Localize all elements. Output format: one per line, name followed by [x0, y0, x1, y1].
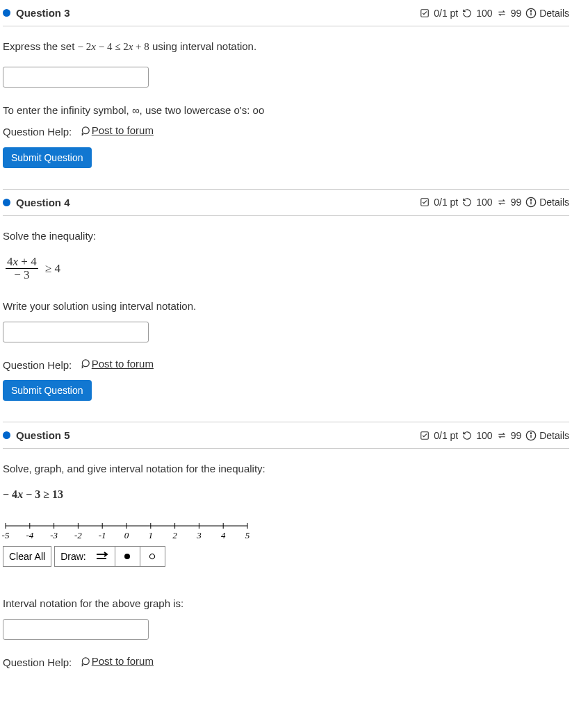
prompt-math: − 2x − 4 ≤ 2x + 8: [78, 41, 149, 52]
answer-input[interactable]: [3, 322, 149, 342]
svg-point-7: [531, 199, 532, 200]
open-dot-icon: [149, 553, 156, 561]
score-group: 0/1 pt 100 99 Details: [420, 197, 569, 208]
retry-count: 100: [476, 430, 492, 441]
svg-text:5: 5: [245, 530, 250, 540]
interval-input[interactable]: [3, 619, 149, 640]
sub-prompt: Write your solution using interval notat…: [3, 300, 569, 312]
inequality-math: − 4x − 3 ≥ 13: [3, 488, 569, 501]
svg-text:-5: -5: [2, 530, 10, 540]
question-body: Solve the inequality: 4x + 4 − 3 ≥ 4 Wri…: [3, 216, 569, 415]
number-line-svg[interactable]: -5-4-3-2-1012345: [3, 520, 250, 541]
swap-icon: [497, 197, 507, 207]
help-link-text: Post to forum: [92, 358, 154, 370]
svg-point-3: [531, 10, 532, 11]
geq-rhs: ≥ 4: [45, 262, 60, 275]
question-title: Question 4: [16, 197, 420, 208]
help-label: Question Help:: [3, 126, 72, 138]
details-label: Details: [539, 430, 569, 441]
post-forum-link[interactable]: Post to forum: [81, 124, 154, 136]
details-link[interactable]: Details: [525, 430, 569, 441]
draw-label: Draw:: [54, 546, 90, 567]
question-header: Question 5 0/1 pt 100 99 Details: [3, 422, 569, 449]
score-text: 0/1 pt: [434, 8, 458, 19]
question-title: Question 5: [16, 429, 420, 441]
score-group: 0/1 pt 100 99 Details: [420, 8, 569, 19]
checkbox-icon: [420, 431, 430, 440]
help-row: Question Help: Post to forum: [3, 655, 569, 668]
closed-dot-tool-button[interactable]: [115, 546, 140, 567]
score-text: 0/1 pt: [434, 197, 458, 208]
svg-text:0: 0: [124, 530, 129, 540]
help-link-text: Post to forum: [92, 124, 154, 136]
svg-text:1: 1: [149, 530, 154, 540]
prompt-pre: Express the set: [3, 40, 78, 52]
bullet-icon: [3, 9, 10, 17]
prompt-line: Solve the inequality:: [3, 230, 569, 242]
retry-count: 100: [476, 8, 492, 19]
help-row: Question Help: Post to forum: [3, 124, 569, 138]
attempts-count: 99: [511, 430, 522, 441]
open-dot-tool-button[interactable]: [140, 546, 165, 567]
ray-tool-button[interactable]: [90, 546, 115, 567]
help-row: Question Help: Post to forum: [3, 358, 569, 371]
post-forum-link[interactable]: Post to forum: [81, 358, 154, 370]
interval-label: Interval notation for the above graph is…: [3, 597, 569, 609]
bullet-icon: [3, 199, 10, 206]
chat-icon: [81, 126, 90, 135]
clear-all-button[interactable]: Clear All: [3, 546, 51, 567]
question-header: Question 3 0/1 pt 100 99 Details: [3, 0, 569, 26]
svg-text:-4: -4: [26, 530, 33, 540]
details-link[interactable]: Details: [525, 197, 569, 208]
question-5: Question 5 0/1 pt 100 99 Details Solve, …: [0, 422, 572, 668]
retry-icon: [462, 197, 472, 207]
help-label: Question Help:: [3, 656, 72, 668]
attempts-count: 99: [511, 197, 522, 208]
retry-count: 100: [476, 197, 492, 208]
help-label: Question Help:: [3, 358, 72, 370]
hint-text: To enter the infinity symbol, ∞, use two…: [3, 104, 569, 116]
info-icon: [525, 430, 537, 441]
checkbox-icon: [420, 197, 430, 207]
post-forum-link[interactable]: Post to forum: [81, 655, 154, 667]
retry-icon: [462, 431, 472, 440]
submit-button[interactable]: Submit Question: [3, 147, 92, 168]
svg-text:2: 2: [172, 530, 177, 540]
retry-icon: [462, 8, 472, 18]
number-line[interactable]: -5-4-3-2-1012345: [3, 520, 569, 543]
numerator: 4x + 4: [6, 256, 38, 270]
bullet-icon: [3, 431, 10, 439]
details-link[interactable]: Details: [525, 8, 569, 19]
question-body: Express the set − 2x − 4 ≤ 2x + 8 using …: [3, 26, 569, 182]
prompt-line: Solve, graph, and give interval notation…: [3, 463, 569, 474]
info-icon: [525, 8, 537, 19]
submit-button[interactable]: Submit Question: [3, 380, 92, 401]
question-title: Question 3: [16, 7, 420, 19]
question-header: Question 4 0/1 pt 100 99 Details: [3, 190, 569, 216]
question-body: Solve, graph, and give interval notation…: [3, 449, 569, 668]
answer-input[interactable]: [3, 67, 149, 88]
question-4: Question 4 0/1 pt 100 99 Details Solve t…: [0, 190, 572, 423]
fraction: 4x + 4 − 3: [6, 256, 38, 282]
chat-icon: [81, 656, 90, 666]
question-3: Question 3 0/1 pt 100 99 Details Express…: [0, 0, 572, 190]
prompt-line: Express the set − 2x − 4 ≤ 2x + 8 using …: [3, 40, 569, 53]
inequality: 4x + 4 − 3 ≥ 4: [6, 256, 569, 282]
details-label: Details: [539, 197, 569, 208]
details-label: Details: [539, 8, 569, 19]
ray-icon: [95, 552, 109, 561]
attempts-count: 99: [511, 8, 522, 19]
score-text: 0/1 pt: [434, 430, 458, 441]
score-group: 0/1 pt 100 99 Details: [420, 430, 569, 441]
tool-row: Clear All Draw:: [3, 546, 569, 567]
swap-icon: [497, 431, 507, 440]
svg-text:4: 4: [221, 530, 226, 540]
svg-text:-2: -2: [74, 530, 82, 540]
chat-icon: [81, 358, 90, 368]
denominator: − 3: [13, 269, 31, 282]
checkbox-icon: [420, 8, 430, 18]
svg-text:-3: -3: [50, 530, 58, 540]
help-link-text: Post to forum: [92, 655, 154, 667]
swap-icon: [497, 8, 507, 18]
prompt-post: using interval notation.: [149, 40, 256, 52]
